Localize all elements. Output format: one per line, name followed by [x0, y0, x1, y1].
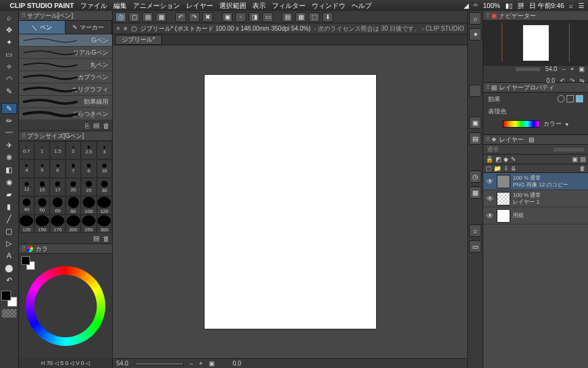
- tool-balloon[interactable]: ⬤: [1, 263, 17, 274]
- menu-filter[interactable]: フィルター: [272, 1, 306, 10]
- subtool-panel-header[interactable]: ⠿ サブツール[ペン]: [19, 11, 112, 21]
- transparent-swatch[interactable]: [2, 309, 17, 318]
- brush-row[interactable]: カブラペン: [19, 71, 112, 83]
- foreground-color-swatch[interactable]: [1, 291, 11, 301]
- brush-size-cell[interactable]: 6: [50, 159, 65, 178]
- tool-magnify[interactable]: ⌕: [1, 12, 17, 23]
- panel-grip-icon[interactable]: ⠿: [486, 12, 489, 19]
- history-icon[interactable]: ▤: [469, 132, 481, 145]
- tool-manipulator[interactable]: ✦: [1, 37, 17, 48]
- panel-grip-icon[interactable]: ⠿: [21, 245, 24, 252]
- zoom-readout[interactable]: 54.0: [116, 360, 128, 367]
- navigator-panel-header[interactable]: ⠿ ▣ ナビゲーター: [483, 11, 588, 21]
- brush-row[interactable]: 効果線用: [19, 96, 112, 108]
- brush-size-cell[interactable]: 250: [81, 215, 96, 233]
- send-icon[interactable]: ◢: [464, 2, 469, 10]
- zoom-out-icon[interactable]: –: [190, 360, 194, 367]
- color-wheel[interactable]: [19, 254, 112, 358]
- tool-frame[interactable]: ▢: [1, 226, 17, 237]
- brush-size-cell[interactable]: 3: [97, 141, 112, 159]
- dropdown-icon[interactable]: ▾: [565, 121, 568, 128]
- brush-size-cell[interactable]: 40: [19, 196, 34, 215]
- brush-size-cell[interactable]: 100: [81, 196, 96, 215]
- layer-lock-icon[interactable]: 🔒: [486, 156, 493, 163]
- brush-size-cell[interactable]: 80: [66, 196, 81, 215]
- layer-thumbnail[interactable]: [497, 192, 510, 205]
- cmd-clip-studio-icon[interactable]: ◷: [115, 12, 126, 22]
- brush-size-cell[interactable]: 200: [66, 215, 81, 233]
- subview-icon[interactable]: ✦: [469, 28, 481, 40]
- ime-indicator[interactable]: 拼: [518, 1, 524, 10]
- menu-extras-icon[interactable]: ☰: [578, 2, 584, 10]
- subtool-tab-marker[interactable]: ✎ マーカー: [66, 21, 112, 34]
- visibility-eye-icon[interactable]: 👁: [486, 212, 494, 220]
- color-sv-picker[interactable]: [43, 284, 88, 328]
- layer-row[interactable]: 👁100 % 通常レイヤー 1: [483, 190, 588, 207]
- tool-figure[interactable]: ╱: [1, 213, 17, 224]
- menu-selection[interactable]: 選択範囲: [219, 1, 246, 10]
- menu-window[interactable]: ウィンドウ: [312, 1, 345, 10]
- layer-merge-icon[interactable]: ⇊: [511, 165, 516, 172]
- tool-marquee[interactable]: ▭: [1, 49, 17, 60]
- canvas-viewport[interactable]: [113, 45, 467, 358]
- brush-size-cell[interactable]: 120: [97, 196, 112, 215]
- panel-grip-icon[interactable]: ⠿: [486, 136, 489, 143]
- brushsize-delete-icon[interactable]: 🗑: [103, 235, 110, 242]
- doc-restore-icon[interactable]: ▢: [131, 25, 137, 32]
- cmd-download-icon[interactable]: ⬇: [322, 12, 333, 22]
- brush-row[interactable]: カリグラフィ: [19, 83, 112, 96]
- navigator-preview[interactable]: [483, 21, 588, 65]
- tool-brush[interactable]: 〰: [1, 128, 17, 139]
- info-icon[interactable]: ◷: [469, 171, 481, 183]
- menu-view[interactable]: 表示: [252, 1, 266, 10]
- brush-size-cell[interactable]: 300: [97, 215, 112, 233]
- tool-text[interactable]: A: [1, 250, 17, 261]
- menu-file[interactable]: ファイル: [80, 1, 107, 10]
- brush-size-cell[interactable]: 0.7: [19, 141, 34, 159]
- brush-size-cell[interactable]: 7: [66, 159, 81, 178]
- brush-size-cell[interactable]: 60: [50, 196, 65, 215]
- tool-lasso[interactable]: ◠: [1, 74, 17, 85]
- new-layer-icon[interactable]: ▢: [486, 165, 491, 172]
- doc-close-icon[interactable]: ×: [116, 25, 120, 32]
- zoom-fit-icon[interactable]: ▣: [209, 360, 214, 367]
- brushsize-add-icon[interactable]: ▤: [93, 234, 99, 242]
- menu-help[interactable]: ヘルプ: [352, 1, 372, 10]
- cmd-invert-icon[interactable]: ◨: [249, 12, 260, 22]
- color-swatches[interactable]: [1, 291, 17, 307]
- tool-correct[interactable]: ↶: [1, 275, 17, 286]
- layer-clip-icon[interactable]: ◩: [496, 156, 501, 163]
- search-layer-icon[interactable]: ⌕: [469, 224, 481, 237]
- brush-new-icon[interactable]: ▤: [93, 121, 99, 129]
- effect-layercolor-icon[interactable]: [576, 95, 583, 102]
- menu-edit[interactable]: 編集: [113, 1, 127, 10]
- autoaction-icon[interactable]: ▣: [469, 117, 481, 129]
- wifi-icon[interactable]: ⌔: [473, 2, 478, 9]
- color-mini-swatch[interactable]: [21, 256, 35, 270]
- layerprop-panel-header[interactable]: ⠿ ▤ レイヤープロパティ: [483, 83, 588, 93]
- layer-transfer-icon[interactable]: ⇩: [503, 165, 508, 172]
- tool-fill[interactable]: ▰: [1, 189, 17, 200]
- brush-size-cell[interactable]: 8: [81, 159, 96, 178]
- subtool-tab-pen[interactable]: ＼ ペン: [19, 21, 66, 34]
- cmd-new-icon[interactable]: ▢: [129, 12, 140, 22]
- nav-zoom-in-icon[interactable]: +: [570, 66, 574, 72]
- cmd-grid-icon[interactable]: ▦: [295, 12, 306, 22]
- brush-size-cell[interactable]: 15: [34, 178, 50, 196]
- layer-thumbnail[interactable]: [497, 209, 510, 223]
- panel-grip-icon[interactable]: ⠿: [21, 132, 24, 139]
- tool-pen[interactable]: ✎: [1, 103, 17, 114]
- cmd-save-icon[interactable]: ▦: [156, 12, 167, 22]
- cmd-select-all-icon[interactable]: ▣: [222, 12, 233, 22]
- menu-animation[interactable]: アニメーション: [133, 1, 180, 10]
- brush-row[interactable]: 丸ペン: [19, 59, 112, 71]
- layer-tab2-icon[interactable]: ▤: [529, 136, 534, 143]
- menu-layer[interactable]: レイヤー: [186, 1, 213, 10]
- animation-cel-icon[interactable]: ▭: [469, 240, 481, 253]
- cmd-delete-icon[interactable]: ✖: [202, 12, 213, 22]
- layer-draft-icon[interactable]: ✎: [511, 156, 516, 163]
- material-icon[interactable]: [469, 85, 481, 97]
- tool-ruler[interactable]: ▷: [1, 238, 17, 249]
- layer-delete-icon[interactable]: 🗑: [579, 165, 586, 172]
- brush-duplicate-icon[interactable]: ⎘: [85, 122, 89, 129]
